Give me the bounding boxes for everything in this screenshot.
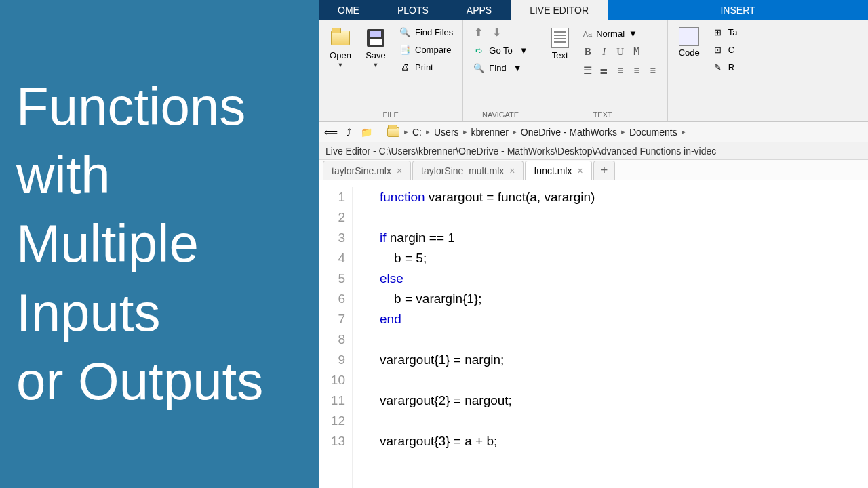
find-button[interactable]: 🔍Find ▼ (470, 60, 524, 75)
path-sep-icon: ▸ (463, 127, 467, 136)
align-right-button[interactable]: ≡ (646, 63, 660, 78)
italic-button[interactable]: I (597, 44, 612, 59)
nav-down-icon[interactable]: ⬇ (492, 26, 501, 39)
main-tabstrip: OME PLOTS APPS LIVE EDITOR INSERT (319, 0, 868, 20)
align-center-button[interactable]: ≡ (629, 63, 644, 78)
text-group-label: TEXT (545, 108, 660, 121)
ribbon-group-file: Open ▼ Save ▼ 🔍Find Files 📑Compare 🖨Prin… (319, 20, 463, 121)
monospace-button[interactable]: M (629, 44, 644, 59)
chevron-down-icon: ▼ (338, 62, 344, 68)
chevron-down-icon: ▼ (373, 62, 379, 68)
save-button[interactable]: Save ▼ (361, 24, 391, 71)
line-gutter: 12345678910111213 (319, 187, 353, 488)
tab-insert[interactable]: INSERT (608, 0, 868, 20)
path-drive[interactable]: C: (412, 127, 422, 138)
code-content[interactable]: function varargout = funct(a, varargin) … (353, 187, 595, 488)
navigate-group-label: NAVIGATE (470, 108, 530, 121)
back-icon[interactable]: ⟸ (324, 126, 338, 138)
new-tab-button[interactable]: + (593, 161, 616, 180)
print-button[interactable]: 🖨Print (396, 60, 456, 75)
save-label: Save (366, 50, 386, 60)
title-panel: Functions with Multiple Inputs or Output… (0, 0, 319, 488)
chevron-down-icon: ▼ (629, 28, 637, 39)
goto-button[interactable]: ➪Go To ▼ (470, 43, 530, 58)
bold-button[interactable]: B (580, 44, 595, 59)
ribbon-group-text: Text Aa Normal ▼ B I U M ☰ ≣ ≡ ≡ (538, 20, 668, 121)
print-icon: 🖨 (399, 61, 411, 73)
up-icon[interactable]: ⤴ (342, 126, 355, 138)
control-button[interactable]: ⊡C (709, 42, 741, 57)
path-users[interactable]: Users (434, 127, 459, 138)
editor-title-bar: Live Editor - C:\Users\kbrenner\OneDrive… (319, 142, 868, 160)
ribbon-group-navigate: ⬆ ⬇ ➪Go To ▼ 🔍Find ▼ NAVIGATE (463, 20, 538, 121)
find-files-icon: 🔍 (399, 26, 411, 38)
bullet-list-button[interactable]: ☰ (580, 63, 595, 78)
find-files-button[interactable]: 🔍Find Files (396, 24, 456, 39)
task-icon: ⊞ (712, 26, 724, 38)
refactor-button[interactable]: ✎R (709, 60, 741, 75)
code-editor[interactable]: 12345678910111213 function varargout = f… (319, 180, 868, 488)
file-tab-taylorsine[interactable]: taylorSine.mlx× (323, 161, 411, 180)
path-onedrive[interactable]: OneDrive - MathWorks (521, 127, 617, 138)
align-left-button[interactable]: ≡ (613, 63, 628, 78)
chevron-down-icon: ▼ (513, 63, 522, 73)
ribbon: Open ▼ Save ▼ 🔍Find Files 📑Compare 🖨Prin… (319, 20, 868, 122)
task-button[interactable]: ⊞Ta (709, 24, 741, 39)
control-icon: ⊡ (712, 43, 724, 56)
find-icon: 🔍 (473, 62, 485, 74)
title-word-2: with (16, 141, 302, 209)
folder-icon[interactable] (387, 126, 400, 138)
tab-live-editor[interactable]: LIVE EDITOR (511, 0, 608, 20)
nav-up-icon[interactable]: ⬆ (474, 26, 483, 39)
path-sep-icon: ▸ (621, 127, 625, 136)
compare-icon: 📑 (399, 43, 411, 56)
tab-home[interactable]: OME (319, 0, 378, 20)
folder-open-icon (331, 30, 350, 45)
path-user[interactable]: kbrenner (471, 127, 509, 138)
app-window: OME PLOTS APPS LIVE EDITOR INSERT Open ▼… (319, 0, 868, 488)
goto-icon: ➪ (473, 44, 485, 56)
refactor-icon: ✎ (712, 61, 724, 73)
open-label: Open (330, 50, 351, 60)
file-tab-taylorsine-mult[interactable]: taylorSine_mult.mlx× (412, 161, 524, 180)
title-word-1: Functions (16, 73, 302, 141)
file-tab-bar: taylorSine.mlx× taylorSine_mult.mlx× fun… (319, 160, 868, 180)
open-button[interactable]: Open ▼ (326, 24, 355, 71)
number-list-button[interactable]: ≣ (597, 63, 612, 78)
path-sep-icon: ▸ (513, 127, 517, 136)
path-sep-icon: ▸ (404, 127, 408, 136)
tab-plots[interactable]: PLOTS (378, 0, 448, 20)
text-block-icon (551, 28, 569, 48)
browse-icon[interactable]: 📁 (359, 126, 373, 138)
tab-apps[interactable]: APPS (448, 0, 511, 20)
file-group-label: FILE (326, 108, 456, 121)
ribbon-group-code: Code ⊞Ta ⊡C ✎R (668, 20, 747, 121)
path-bar: ⟸ ⤴ 📁 ▸ C: ▸ Users ▸ kbrenner ▸ OneDrive… (319, 122, 868, 142)
save-icon (367, 29, 384, 47)
chevron-down-icon: ▼ (519, 45, 528, 56)
code-icon (679, 27, 699, 46)
path-sep-icon: ▸ (682, 127, 686, 136)
title-word-4: Inputs (16, 279, 302, 347)
text-label: Text (552, 50, 568, 60)
code-label: Code (679, 47, 700, 58)
title-word-5: or Outputs (16, 347, 302, 415)
close-icon[interactable]: × (397, 165, 402, 176)
close-icon[interactable]: × (509, 165, 515, 176)
path-documents[interactable]: Documents (629, 127, 677, 138)
close-icon[interactable]: × (577, 165, 583, 176)
title-word-3: Multiple (16, 209, 302, 278)
underline-button[interactable]: U (613, 44, 628, 59)
style-dropdown[interactable]: Aa Normal ▼ (580, 27, 660, 40)
code-button[interactable]: Code (675, 24, 704, 60)
path-sep-icon: ▸ (426, 127, 430, 136)
text-button[interactable]: Text (545, 24, 575, 63)
file-tab-funct[interactable]: funct.mlx× (525, 161, 591, 180)
compare-button[interactable]: 📑Compare (396, 42, 456, 57)
